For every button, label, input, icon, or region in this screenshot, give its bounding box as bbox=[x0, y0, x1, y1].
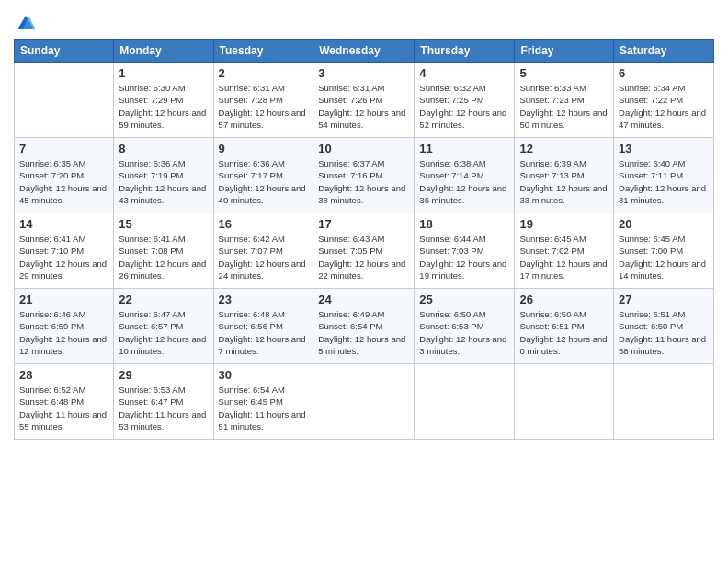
day-number: 3 bbox=[318, 66, 409, 80]
cell-sun-info: Sunrise: 6:45 AM Sunset: 7:02 PM Dayligh… bbox=[519, 233, 609, 282]
day-number: 22 bbox=[119, 293, 208, 306]
day-number: 23 bbox=[219, 293, 309, 306]
weekday-header-row: SundayMondayTuesdayWednesdayThursdayFrid… bbox=[15, 40, 714, 63]
calendar-cell bbox=[614, 364, 714, 440]
calendar-cell: 6Sunrise: 6:34 AM Sunset: 7:22 PM Daylig… bbox=[614, 63, 714, 138]
calendar-cell: 26Sunrise: 6:50 AM Sunset: 6:51 PM Dayli… bbox=[515, 289, 614, 364]
calendar-cell: 29Sunrise: 6:53 AM Sunset: 6:47 PM Dayli… bbox=[114, 364, 213, 440]
day-number: 9 bbox=[219, 142, 309, 155]
day-number: 1 bbox=[119, 66, 208, 80]
calendar-cell: 1Sunrise: 6:30 AM Sunset: 7:29 PM Daylig… bbox=[114, 63, 213, 138]
calendar-cell: 4Sunrise: 6:32 AM Sunset: 7:25 PM Daylig… bbox=[415, 63, 515, 138]
weekday-header-friday: Friday bbox=[515, 40, 614, 63]
cell-sun-info: Sunrise: 6:41 AM Sunset: 7:08 PM Dayligh… bbox=[119, 233, 208, 282]
cell-sun-info: Sunrise: 6:30 AM Sunset: 7:29 PM Dayligh… bbox=[119, 82, 208, 131]
cell-sun-info: Sunrise: 6:42 AM Sunset: 7:07 PM Dayligh… bbox=[219, 233, 309, 282]
day-number: 19 bbox=[519, 217, 609, 231]
cell-sun-info: Sunrise: 6:45 AM Sunset: 7:00 PM Dayligh… bbox=[619, 233, 709, 282]
week-row-2: 7Sunrise: 6:35 AM Sunset: 7:20 PM Daylig… bbox=[15, 138, 714, 213]
calendar-cell: 5Sunrise: 6:33 AM Sunset: 7:23 PM Daylig… bbox=[515, 63, 614, 138]
logo bbox=[14, 13, 36, 33]
day-number: 17 bbox=[318, 217, 409, 231]
day-number: 5 bbox=[519, 66, 609, 80]
calendar-cell bbox=[515, 364, 614, 440]
calendar-cell: 17Sunrise: 6:43 AM Sunset: 7:05 PM Dayli… bbox=[313, 213, 415, 289]
calendar-cell: 12Sunrise: 6:39 AM Sunset: 7:13 PM Dayli… bbox=[515, 138, 614, 213]
cell-sun-info: Sunrise: 6:54 AM Sunset: 6:45 PM Dayligh… bbox=[219, 384, 309, 432]
day-number: 13 bbox=[619, 142, 709, 155]
calendar-cell bbox=[15, 63, 114, 138]
calendar-cell: 28Sunrise: 6:52 AM Sunset: 6:48 PM Dayli… bbox=[15, 364, 114, 440]
cell-sun-info: Sunrise: 6:52 AM Sunset: 6:48 PM Dayligh… bbox=[19, 384, 108, 432]
cell-sun-info: Sunrise: 6:36 AM Sunset: 7:19 PM Dayligh… bbox=[119, 157, 208, 206]
cell-sun-info: Sunrise: 6:53 AM Sunset: 6:47 PM Dayligh… bbox=[119, 384, 208, 432]
cell-sun-info: Sunrise: 6:33 AM Sunset: 7:23 PM Dayligh… bbox=[519, 82, 609, 131]
day-number: 30 bbox=[219, 368, 309, 382]
calendar-cell: 9Sunrise: 6:36 AM Sunset: 7:17 PM Daylig… bbox=[213, 138, 313, 213]
cell-sun-info: Sunrise: 6:50 AM Sunset: 6:51 PM Dayligh… bbox=[519, 308, 609, 357]
calendar-cell: 8Sunrise: 6:36 AM Sunset: 7:19 PM Daylig… bbox=[114, 138, 213, 213]
cell-sun-info: Sunrise: 6:39 AM Sunset: 7:13 PM Dayligh… bbox=[519, 157, 609, 206]
day-number: 12 bbox=[519, 142, 609, 155]
day-number: 26 bbox=[519, 293, 609, 306]
calendar-cell: 20Sunrise: 6:45 AM Sunset: 7:00 PM Dayli… bbox=[614, 213, 714, 289]
calendar-cell: 25Sunrise: 6:50 AM Sunset: 6:53 PM Dayli… bbox=[415, 289, 515, 364]
day-number: 25 bbox=[419, 293, 509, 306]
calendar-cell: 19Sunrise: 6:45 AM Sunset: 7:02 PM Dayli… bbox=[515, 213, 614, 289]
calendar-cell: 11Sunrise: 6:38 AM Sunset: 7:14 PM Dayli… bbox=[415, 138, 515, 213]
calendar-cell: 13Sunrise: 6:40 AM Sunset: 7:11 PM Dayli… bbox=[614, 138, 714, 213]
calendar: SundayMondayTuesdayWednesdayThursdayFrid… bbox=[14, 39, 714, 440]
logo-icon bbox=[16, 13, 36, 33]
calendar-cell: 18Sunrise: 6:44 AM Sunset: 7:03 PM Dayli… bbox=[415, 213, 515, 289]
cell-sun-info: Sunrise: 6:43 AM Sunset: 7:05 PM Dayligh… bbox=[318, 233, 409, 282]
cell-sun-info: Sunrise: 6:46 AM Sunset: 6:59 PM Dayligh… bbox=[19, 308, 108, 357]
day-number: 15 bbox=[119, 217, 208, 231]
cell-sun-info: Sunrise: 6:51 AM Sunset: 6:50 PM Dayligh… bbox=[619, 308, 709, 357]
cell-sun-info: Sunrise: 6:34 AM Sunset: 7:22 PM Dayligh… bbox=[619, 82, 709, 131]
day-number: 8 bbox=[119, 142, 208, 155]
day-number: 6 bbox=[619, 66, 709, 80]
cell-sun-info: Sunrise: 6:50 AM Sunset: 6:53 PM Dayligh… bbox=[419, 308, 509, 357]
cell-sun-info: Sunrise: 6:48 AM Sunset: 6:56 PM Dayligh… bbox=[219, 308, 309, 357]
calendar-cell: 3Sunrise: 6:31 AM Sunset: 7:26 PM Daylig… bbox=[313, 63, 415, 138]
calendar-cell: 27Sunrise: 6:51 AM Sunset: 6:50 PM Dayli… bbox=[614, 289, 714, 364]
header bbox=[14, 9, 714, 33]
day-number: 21 bbox=[19, 293, 108, 306]
cell-sun-info: Sunrise: 6:31 AM Sunset: 7:26 PM Dayligh… bbox=[318, 82, 409, 131]
weekday-header-monday: Monday bbox=[114, 40, 213, 63]
day-number: 14 bbox=[19, 217, 108, 231]
calendar-cell bbox=[313, 364, 415, 440]
weekday-header-sunday: Sunday bbox=[15, 40, 114, 63]
week-row-5: 28Sunrise: 6:52 AM Sunset: 6:48 PM Dayli… bbox=[15, 364, 714, 440]
calendar-cell: 30Sunrise: 6:54 AM Sunset: 6:45 PM Dayli… bbox=[213, 364, 313, 440]
calendar-cell: 7Sunrise: 6:35 AM Sunset: 7:20 PM Daylig… bbox=[15, 138, 114, 213]
cell-sun-info: Sunrise: 6:41 AM Sunset: 7:10 PM Dayligh… bbox=[19, 233, 108, 282]
cell-sun-info: Sunrise: 6:37 AM Sunset: 7:16 PM Dayligh… bbox=[318, 157, 409, 206]
calendar-cell: 23Sunrise: 6:48 AM Sunset: 6:56 PM Dayli… bbox=[213, 289, 313, 364]
weekday-header-tuesday: Tuesday bbox=[213, 40, 313, 63]
day-number: 27 bbox=[619, 293, 709, 306]
day-number: 4 bbox=[419, 66, 509, 80]
cell-sun-info: Sunrise: 6:44 AM Sunset: 7:03 PM Dayligh… bbox=[419, 233, 509, 282]
cell-sun-info: Sunrise: 6:36 AM Sunset: 7:17 PM Dayligh… bbox=[219, 157, 309, 206]
cell-sun-info: Sunrise: 6:38 AM Sunset: 7:14 PM Dayligh… bbox=[419, 157, 509, 206]
week-row-1: 1Sunrise: 6:30 AM Sunset: 7:29 PM Daylig… bbox=[15, 63, 714, 138]
day-number: 18 bbox=[419, 217, 509, 231]
day-number: 7 bbox=[19, 142, 108, 155]
page-container: SundayMondayTuesdayWednesdayThursdayFrid… bbox=[0, 0, 728, 449]
weekday-header-wednesday: Wednesday bbox=[313, 40, 415, 63]
calendar-cell: 15Sunrise: 6:41 AM Sunset: 7:08 PM Dayli… bbox=[114, 213, 213, 289]
calendar-cell bbox=[415, 364, 515, 440]
day-number: 24 bbox=[318, 293, 409, 306]
weekday-header-saturday: Saturday bbox=[614, 40, 714, 63]
cell-sun-info: Sunrise: 6:32 AM Sunset: 7:25 PM Dayligh… bbox=[419, 82, 509, 131]
calendar-cell: 16Sunrise: 6:42 AM Sunset: 7:07 PM Dayli… bbox=[213, 213, 313, 289]
cell-sun-info: Sunrise: 6:40 AM Sunset: 7:11 PM Dayligh… bbox=[619, 157, 709, 206]
cell-sun-info: Sunrise: 6:35 AM Sunset: 7:20 PM Dayligh… bbox=[19, 157, 108, 206]
calendar-cell: 24Sunrise: 6:49 AM Sunset: 6:54 PM Dayli… bbox=[313, 289, 415, 364]
calendar-cell: 22Sunrise: 6:47 AM Sunset: 6:57 PM Dayli… bbox=[114, 289, 213, 364]
weekday-header-thursday: Thursday bbox=[415, 40, 515, 63]
week-row-4: 21Sunrise: 6:46 AM Sunset: 6:59 PM Dayli… bbox=[15, 289, 714, 364]
calendar-cell: 10Sunrise: 6:37 AM Sunset: 7:16 PM Dayli… bbox=[313, 138, 415, 213]
day-number: 11 bbox=[419, 142, 509, 155]
